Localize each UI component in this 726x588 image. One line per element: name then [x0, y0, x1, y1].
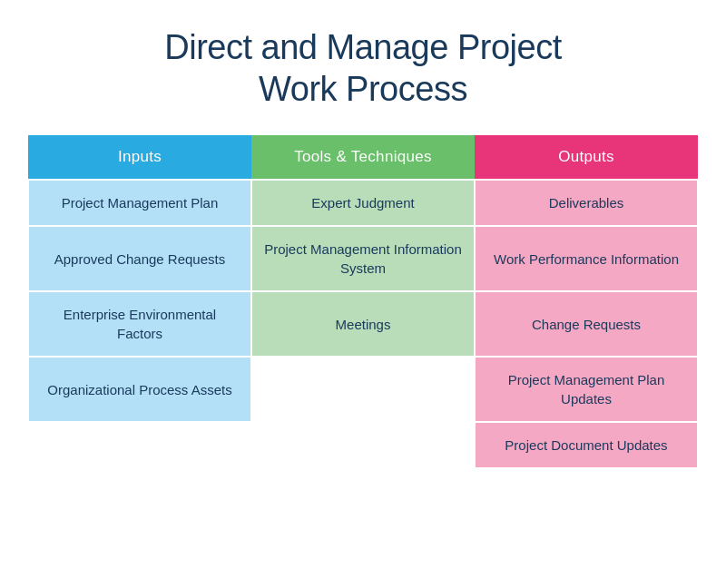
tools-column-header: Tools & Techniques: [251, 135, 475, 180]
tool-cell-0: Expert Judgment: [251, 180, 475, 226]
page-title: Direct and Manage Project Work Process: [164, 27, 561, 110]
table-row: Project Management PlanExpert JudgmentDe…: [28, 180, 698, 226]
output-cell-3: Project Management Plan Updates: [475, 357, 698, 422]
input-cell-3: Organizational Process Assets: [28, 357, 251, 422]
input-cell-2: Enterprise Environmental Factors: [28, 291, 251, 357]
input-cell-0: Project Management Plan: [28, 180, 251, 226]
input-cell-4: [28, 422, 251, 468]
input-cell-1: Approved Change Requests: [28, 226, 251, 291]
table-row: Approved Change RequestsProject Manageme…: [28, 226, 698, 291]
tool-cell-4: [251, 422, 475, 468]
tool-cell-2: Meetings: [251, 291, 475, 357]
table-row: Enterprise Environmental FactorsMeetings…: [28, 291, 698, 357]
outputs-column-header: Outputs: [475, 135, 698, 180]
output-cell-4: Project Document Updates: [475, 422, 698, 468]
output-cell-1: Work Performance Information: [475, 226, 698, 291]
tool-cell-3: [251, 357, 475, 422]
output-cell-2: Change Requests: [475, 291, 698, 357]
tool-cell-1: Project Management Information System: [251, 226, 475, 291]
table-row: Organizational Process AssetsProject Man…: [28, 357, 698, 422]
inputs-column-header: Inputs: [28, 135, 251, 180]
output-cell-0: Deliverables: [475, 180, 698, 226]
process-table: Inputs Tools & Techniques Outputs Projec…: [27, 135, 699, 469]
table-row: Project Document Updates: [28, 422, 698, 468]
